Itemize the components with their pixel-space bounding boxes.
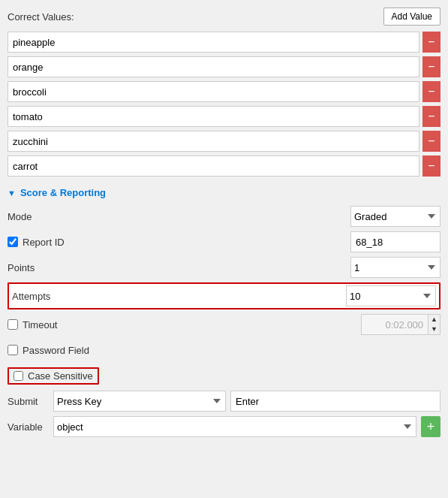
attempts-label: Attempts <box>12 291 50 302</box>
variable-select[interactable]: objectnone <box>53 416 416 437</box>
value-row: − <box>8 131 440 152</box>
password-field-row: Password Field <box>8 340 440 361</box>
case-sensitive-row: Case Sensitive <box>8 365 440 386</box>
score-reporting-section: ▼ Score & Reporting <box>8 187 440 198</box>
mode-label: Mode <box>8 211 32 222</box>
timeout-row: Timeout ▲ ▼ <box>8 314 440 335</box>
timeout-label[interactable]: Timeout <box>8 319 57 330</box>
submit-label: Submit <box>8 396 49 407</box>
value-row: − <box>8 155 440 177</box>
report-id-label[interactable]: Report ID <box>8 237 65 248</box>
report-id-checkbox[interactable] <box>8 237 18 247</box>
value-row: − <box>8 56 440 77</box>
remove-value-button[interactable]: − <box>422 106 440 127</box>
variable-row: Variable objectnone + <box>8 416 440 437</box>
case-sensitive-label: Case Sensitive <box>28 370 93 382</box>
value-input[interactable] <box>8 56 419 77</box>
value-input[interactable] <box>8 32 419 53</box>
value-input[interactable] <box>8 81 419 102</box>
attempts-select[interactable]: 1234510Unlimited <box>346 285 436 306</box>
section-title: Score & Reporting <box>20 187 106 198</box>
timeout-spinner: ▲ ▼ <box>428 314 440 335</box>
timeout-checkbox[interactable] <box>8 319 18 330</box>
section-arrow-icon: ▼ <box>8 189 16 198</box>
remove-value-button[interactable]: − <box>422 32 440 53</box>
value-input[interactable] <box>8 106 419 127</box>
value-list: − − − − − − <box>8 32 440 177</box>
remove-value-button[interactable]: − <box>422 56 440 77</box>
remove-value-button[interactable]: − <box>422 81 440 102</box>
remove-value-button[interactable]: − <box>422 131 440 152</box>
points-row: Points 12345 <box>8 257 440 278</box>
variable-label: Variable <box>8 421 49 433</box>
attempts-row: Attempts 1234510Unlimited <box>8 282 440 309</box>
mode-select[interactable]: GradedPracticeSurvey <box>350 206 440 227</box>
value-row: − <box>8 81 440 102</box>
password-field-label[interactable]: Password Field <box>8 345 89 356</box>
timeout-input-wrap: ▲ ▼ <box>361 314 440 335</box>
correct-values-label: Correct Values: <box>8 11 74 23</box>
add-variable-button[interactable]: + <box>421 416 440 437</box>
case-sensitive-checkbox[interactable] <box>14 371 23 381</box>
timeout-input[interactable] <box>361 314 428 335</box>
submit-row: Submit Press KeyOn BlurOn Enter <box>8 391 440 412</box>
case-sensitive-box[interactable]: Case Sensitive <box>8 367 99 385</box>
spinner-down[interactable]: ▼ <box>428 324 440 334</box>
mode-row: Mode GradedPracticeSurvey <box>8 206 440 227</box>
remove-value-button[interactable]: − <box>422 155 440 177</box>
value-input[interactable] <box>8 155 419 177</box>
value-row: − <box>8 32 440 53</box>
add-value-button[interactable]: Add Value <box>383 8 441 26</box>
submit-press-key-select[interactable]: Press KeyOn BlurOn Enter <box>53 391 226 412</box>
spinner-up[interactable]: ▲ <box>428 315 440 324</box>
password-field-checkbox[interactable] <box>8 345 18 355</box>
report-id-row: Report ID <box>8 231 440 252</box>
report-id-input[interactable] <box>350 231 440 252</box>
points-select[interactable]: 12345 <box>350 257 440 278</box>
value-input[interactable] <box>8 131 419 152</box>
points-label: Points <box>8 262 35 273</box>
value-row: − <box>8 106 440 127</box>
submit-value-input[interactable] <box>230 391 440 412</box>
correct-values-header: Correct Values: Add Value <box>8 8 440 26</box>
